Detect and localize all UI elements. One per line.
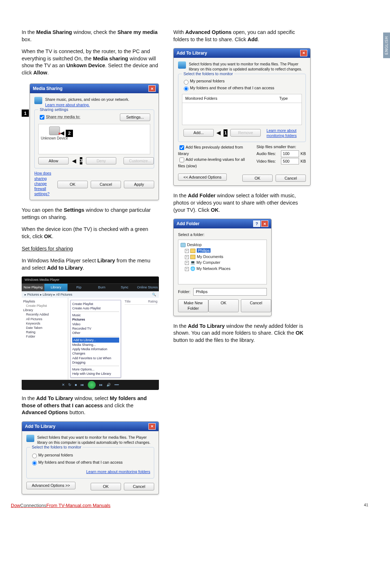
learn-more-link[interactable]: Learn more about monitoring folders <box>86 469 150 474</box>
folder-label: Folder: <box>178 289 190 295</box>
arrow-icon: ◀ <box>72 158 76 164</box>
volume-slider[interactable]: ━━ <box>114 383 119 387</box>
settings-button[interactable]: Settings... <box>120 113 150 121</box>
apply-button[interactable]: Apply <box>124 181 154 188</box>
callout-3: 3 <box>80 157 82 164</box>
learn-more-link[interactable]: Learn more about monitoring folders <box>266 128 300 138</box>
dialog-title: Add To Library <box>177 50 207 56</box>
language-tab: ENGLISH <box>383 33 390 58</box>
search-icon[interactable]: 🔍 <box>152 292 156 297</box>
customize-button[interactable]: Customize... <box>124 157 154 165</box>
expand-icon[interactable]: + <box>185 255 189 259</box>
expand-icon[interactable]: + <box>185 261 189 265</box>
help-icon[interactable]: ? <box>253 220 260 227</box>
tab-burn[interactable]: Burn <box>90 284 113 291</box>
tab-now-playing[interactable]: Now Playing <box>22 284 44 291</box>
add-folder-dialog: Add Folder ?✕ Select a folder: Desktop +… <box>173 219 272 316</box>
folder-tree[interactable]: Desktop +Philips +My Documents +💻 My Com… <box>178 240 267 284</box>
wmp-controls[interactable]: ✕ ↻ ■ ⏮ ⏭ 🔊 ━━ <box>22 380 159 390</box>
tab-library[interactable]: Library <box>44 284 67 291</box>
body-text: In the Add Folder window select a folder… <box>173 192 311 214</box>
wmp-icon <box>26 435 34 442</box>
video-label: Video files: <box>256 159 280 164</box>
next-icon[interactable]: ⏭ <box>99 383 103 387</box>
close-icon[interactable]: ✕ <box>261 220 268 227</box>
callout-1: 1 <box>224 129 228 137</box>
make-new-folder-button[interactable]: Make New Folder <box>178 299 208 312</box>
media-sharing-dialog: Media Sharing ✕ Share music, pictures, a… <box>30 83 159 200</box>
chk-volume-level[interactable]: Add volume-leveling values for all files… <box>178 156 246 169</box>
radio-my-folders[interactable]: My personal folders <box>30 452 150 458</box>
dialog-description: Share music, pictures, and video on your… <box>45 97 129 102</box>
folders-table-header: Monitored Folders Type <box>182 94 302 103</box>
share-media-checkbox[interactable]: Share my media to: <box>38 114 80 121</box>
prev-icon[interactable]: ⏮ <box>81 383 84 387</box>
cancel-button[interactable]: Cancel <box>276 175 306 182</box>
callout-2: 2 <box>66 130 73 137</box>
cancel-button[interactable]: Cancel <box>124 483 154 490</box>
folder-icon <box>190 249 195 253</box>
dialog-description: Select folders that you want to monitor … <box>37 435 154 445</box>
dialog-title: Media Sharing <box>33 86 62 91</box>
mute-icon[interactable]: 🔊 <box>107 383 111 387</box>
cancel-button[interactable]: Cancel <box>91 181 121 188</box>
tab-store[interactable]: Online Stores <box>136 284 159 291</box>
ok-button[interactable]: OK <box>57 181 88 188</box>
deny-button[interactable]: Deny <box>86 157 116 165</box>
advanced-options-button[interactable]: Advanced Options >> <box>26 482 75 489</box>
body-text: In the Add To Library window the newly a… <box>173 323 311 344</box>
dialog-description: Select folders that you want to monitor … <box>189 61 306 72</box>
ok-button[interactable]: OK <box>91 483 121 490</box>
audio-label: Audio files: <box>256 151 280 156</box>
wmp-icon <box>178 61 186 69</box>
close-icon[interactable]: ✕ <box>148 85 156 92</box>
callout-1: 1 <box>22 110 29 117</box>
shuffle-icon[interactable]: ✕ <box>62 383 65 387</box>
philips-folder[interactable]: Philips <box>197 248 211 253</box>
ok-button[interactable]: OK <box>208 299 239 312</box>
body-text: You can open the Settings window to chan… <box>22 207 159 221</box>
arrow-icon: ◀ <box>217 129 221 136</box>
stop-icon[interactable]: ■ <box>75 383 77 387</box>
add-folder-button[interactable]: Add... <box>183 129 214 137</box>
left-column: In the Media Sharing window, check the S… <box>22 29 159 501</box>
expand-icon[interactable]: + <box>185 267 189 271</box>
add-to-library-dialog-advanced: Add To Library ✕ Select folders that you… <box>173 48 311 186</box>
device-icon <box>49 126 60 135</box>
wmp-navigation[interactable]: Playlists Create Playlist Library Recent… <box>22 298 68 380</box>
add-to-library-menu-item[interactable]: Add to Library... <box>72 338 119 343</box>
radio-my-folders[interactable]: My personal folders <box>182 78 302 84</box>
folder-icon <box>190 255 195 259</box>
repeat-icon[interactable]: ↻ <box>68 383 71 387</box>
tab-sync[interactable]: Sync <box>113 284 136 291</box>
video-size-input[interactable]: 500 <box>281 158 299 165</box>
radio-my-folders-others[interactable]: My folders and those of others that I ca… <box>182 85 302 91</box>
close-icon[interactable]: ✕ <box>148 423 156 430</box>
breadcrumb[interactable]: ▸ Pictures ▸ Library ▸ All Pictures <box>25 292 72 297</box>
add-to-library-dialog-basic: Add To Library ✕ Select folders that you… <box>22 421 159 494</box>
body-text: With Advanced Options open, you can add … <box>173 29 311 43</box>
right-column: With Advanced Options open, you can add … <box>173 29 311 501</box>
expand-icon[interactable]: + <box>185 249 189 253</box>
play-button[interactable] <box>88 381 96 389</box>
dialog-title: Add To Library <box>25 424 55 429</box>
tab-rip[interactable]: Rip <box>68 284 90 291</box>
cancel-button[interactable]: Cancel <box>241 299 271 312</box>
page: ENGLISH In the Media Sharing window, che… <box>0 0 390 515</box>
radio-my-folders-others[interactable]: My folders and those of others that I ca… <box>30 460 150 465</box>
body-text: In the Media Sharing window, check the S… <box>22 29 159 43</box>
download-link[interactable]: DowConnectionsFrom TV-Manual.com Manuals <box>11 503 110 508</box>
body-text: In Windows Media Player select Library f… <box>22 257 159 271</box>
folder-input[interactable]: Philips <box>193 288 267 296</box>
ok-button[interactable]: OK <box>242 175 273 182</box>
close-icon[interactable]: ✕ <box>300 50 307 56</box>
learn-more-link[interactable]: Learn more about sharing. <box>45 103 90 107</box>
allow-button[interactable]: Allow <box>38 157 69 165</box>
remove-button[interactable]: Remove <box>230 129 261 137</box>
firewall-link[interactable]: How does sharing change firewall setting… <box>34 171 57 196</box>
body-text: In the Add To Library window, select My … <box>22 395 159 416</box>
advanced-options-back-button[interactable]: << Advanced Options <box>178 173 227 181</box>
select-label: Select a folder: <box>178 232 267 237</box>
audio-size-input[interactable]: 100 <box>281 150 299 157</box>
chk-add-deleted[interactable]: Add files previously deleted from librar… <box>178 144 246 156</box>
